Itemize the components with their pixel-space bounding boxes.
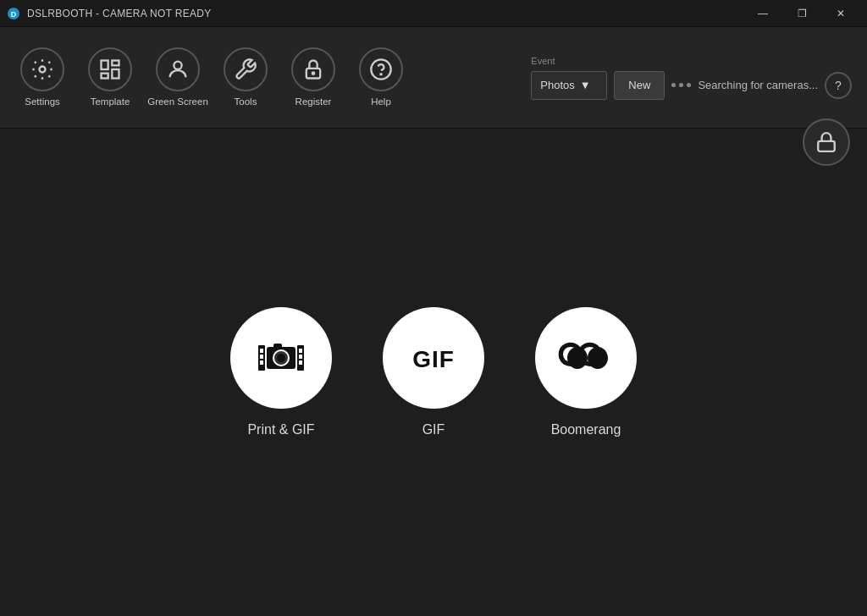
- template-label: Template: [91, 96, 130, 108]
- svg-point-2: [40, 66, 46, 72]
- svg-text:GIF: GIF: [412, 346, 455, 372]
- green-screen-icon: [156, 47, 200, 91]
- mode-card-boomerang[interactable]: Boomerang: [535, 307, 637, 437]
- tools-label: Tools: [235, 96, 257, 108]
- svg-rect-14: [260, 349, 263, 353]
- minimize-button[interactable]: —: [743, 0, 782, 27]
- boomerang-icon: [556, 328, 616, 388]
- titlebar-left: D DSLRBOOTH - CAMERA NOT READY: [7, 7, 212, 20]
- print-gif-label: Print & GIF: [247, 422, 314, 437]
- mode-card-print-gif[interactable]: Print & GIF: [230, 307, 332, 437]
- toolbar-item-template[interactable]: Template: [76, 31, 144, 124]
- settings-icon: [20, 47, 64, 91]
- searching-spinner: [671, 83, 691, 87]
- green-screen-label: Green Screen: [147, 96, 208, 108]
- svg-rect-20: [273, 344, 282, 349]
- svg-rect-22: [299, 349, 302, 353]
- event-dropdown-value: Photos: [540, 79, 574, 91]
- boomerang-label: Boomerang: [551, 422, 621, 437]
- app-icon: D: [7, 7, 20, 20]
- svg-point-7: [174, 61, 181, 69]
- event-label: Event: [531, 56, 555, 66]
- svg-rect-3: [102, 60, 108, 69]
- svg-point-19: [277, 354, 285, 362]
- help-label: Help: [371, 96, 391, 108]
- new-event-button[interactable]: New: [614, 71, 665, 100]
- dropdown-arrow-icon: ▼: [580, 79, 591, 91]
- print-gif-icon-circle: [230, 307, 332, 409]
- maximize-button[interactable]: ❐: [782, 0, 821, 27]
- boomerang-icon-circle: [535, 307, 637, 409]
- toolbar: Settings Template Green Screen: [0, 27, 867, 129]
- gif-icon: GIF: [404, 328, 463, 388]
- toolbar-item-help[interactable]: Help: [347, 31, 415, 124]
- svg-rect-23: [299, 355, 302, 359]
- svg-rect-24: [299, 360, 302, 365]
- print-gif-icon: [251, 328, 311, 388]
- main-content: Print & GIF GIF GIF Boomerang: [0, 129, 867, 616]
- gif-label: GIF: [422, 422, 445, 437]
- toolbar-item-register[interactable]: Register: [279, 31, 347, 124]
- mode-card-gif[interactable]: GIF GIF: [383, 307, 484, 437]
- svg-rect-15: [260, 355, 263, 359]
- svg-text:D: D: [11, 10, 17, 19]
- event-dropdown[interactable]: Photos ▼: [531, 71, 607, 100]
- svg-rect-4: [112, 60, 119, 65]
- titlebar-controls: — ❐ ✕: [743, 0, 860, 27]
- template-icon: [88, 47, 132, 91]
- help-circle-label: ?: [835, 79, 842, 92]
- titlebar: D DSLRBOOTH - CAMERA NOT READY — ❐ ✕: [0, 0, 867, 27]
- searching-text: Searching for cameras...: [698, 79, 818, 91]
- toolbar-item-tools[interactable]: Tools: [212, 31, 279, 124]
- help-icon: [359, 47, 403, 91]
- register-icon: [291, 47, 335, 91]
- svg-point-9: [312, 72, 314, 74]
- close-button[interactable]: ✕: [821, 0, 860, 27]
- toolbar-item-green-screen[interactable]: Green Screen: [144, 31, 212, 124]
- gif-icon-circle: GIF: [383, 307, 484, 409]
- svg-rect-6: [102, 73, 108, 78]
- register-label: Register: [295, 96, 332, 108]
- svg-rect-16: [260, 360, 263, 365]
- window-title: DSLRBOOTH - CAMERA NOT READY: [27, 8, 212, 19]
- toolbar-item-settings[interactable]: Settings: [8, 31, 76, 124]
- tools-icon: [224, 47, 268, 91]
- help-circle-button[interactable]: ?: [825, 72, 852, 99]
- svg-rect-5: [112, 69, 119, 79]
- settings-label: Settings: [25, 96, 60, 108]
- event-section: Event Photos ▼ New Searching for cameras…: [531, 56, 852, 100]
